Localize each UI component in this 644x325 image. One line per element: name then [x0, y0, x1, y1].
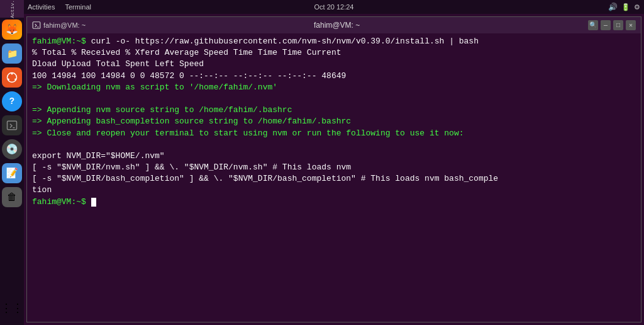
maximize-button[interactable]: □ — [613, 20, 623, 30]
sidebar-bottom: ⋮⋮ — [2, 296, 22, 325]
sidebar-icon-files[interactable]: 📁 — [2, 43, 22, 64]
out-2: % Total % Received % Xferd Average Speed… — [32, 48, 341, 57]
activities-text[interactable]: Activities — [28, 3, 55, 11]
out-12: [ -s "$NVM_DIR/nvm.sh" ] && \. "$NVM_DIR… — [32, 162, 351, 172]
topbar-center: Oct 20 12:24 — [314, 3, 354, 11]
terminal-line-12: [ -s "$NVM_DIR/nvm.sh" ] && \. "$NVM_DIR… — [32, 162, 636, 173]
terminal-line-2: % Total % Received % Xferd Average Speed… — [32, 47, 636, 59]
sidebar-icon-help[interactable]: ? — [2, 91, 22, 111]
arrow-9: => Close and reopen your terminal to sta… — [32, 128, 464, 138]
out-11: export NVM_DIR="$HOME/.nvm" — [32, 151, 165, 161]
terminal-line-8: => Appending bash_completion source stri… — [32, 116, 636, 127]
sidebar-icon-disc[interactable]: 💿 — [2, 139, 22, 159]
terminal-icon — [32, 21, 41, 30]
sidebar-icon-grid[interactable]: ⋮⋮ — [2, 298, 22, 318]
arrow-7: => Appending nvm source string to /home/… — [32, 105, 292, 115]
battery-icon: 🔋 — [621, 3, 630, 11]
terminal-line-6 — [32, 93, 636, 105]
topbar-left: Activities Terminal — [28, 3, 91, 11]
terminal-line-9: => Close and reopen your terminal to sta… — [32, 128, 636, 139]
terminal-titlebar: fahim@VM: ~ fahim@VM: ~ 🔍 — □ ✕ — [27, 17, 641, 33]
activities-button[interactable]: Activ. — [0, 0, 24, 18]
app-name: Terminal — [65, 3, 91, 11]
sidebar-icon-terminal[interactable] — [2, 115, 22, 135]
datetime: Oct 20 12:24 — [314, 3, 354, 11]
terminal-line-3: Dload Upload Total Spent Left Speed — [32, 59, 636, 70]
out-13: [ -s "$NVM_DIR/bash_completion" ] && \. … — [32, 174, 498, 183]
titlebar-appname: fahim@VM: ~ — [43, 21, 86, 29]
out-4: 100 14984 100 14984 0 0 48572 0 --:--:--… — [32, 71, 346, 81]
terminal-line-1: fahim@VM:~$ curl -o- https://raw.githubu… — [32, 36, 636, 47]
terminal-window: fahim@VM: ~ fahim@VM: ~ 🔍 — □ ✕ fahim@VM… — [26, 16, 641, 322]
svg-point-2 — [8, 79, 9, 81]
terminal-line-4: 100 14984 100 14984 0 0 48572 0 --:--:--… — [32, 71, 636, 82]
terminal-line-11: export NVM_DIR="$HOME/.nvm" — [32, 151, 636, 162]
sidebar-icon-text-editor[interactable]: 📝 — [2, 163, 22, 183]
sidebar-top: Activ. 🦊 📁 ? 💿 📝 🗑 — [0, 0, 24, 209]
terminal-line-10 — [32, 139, 636, 151]
arrow-8: => Appending bash_completion source stri… — [32, 117, 351, 126]
search-button[interactable]: 🔍 — [588, 20, 598, 30]
main-content: Activities Terminal Oct 20 12:24 🔊 🔋 ⚙ f… — [24, 0, 644, 325]
activities-label: Activ. — [9, 0, 15, 18]
topbar: Activities Terminal Oct 20 12:24 🔊 🔋 ⚙ — [24, 0, 644, 14]
terminal-line-5: => Downloading nvm as script to '/home/f… — [32, 82, 636, 93]
cursor — [91, 198, 96, 207]
minimize-button[interactable]: — — [601, 20, 611, 30]
cmd-1: curl -o- https://raw.githubusercontent.c… — [91, 37, 479, 46]
volume-icon[interactable]: 🔊 — [608, 3, 618, 11]
sidebar: Activ. 🦊 📁 ? 💿 📝 🗑 ⋮⋮ — [0, 0, 24, 325]
close-button[interactable]: ✕ — [626, 20, 636, 30]
prompt-1: fahim@VM:~$ — [32, 37, 86, 46]
settings-icon[interactable]: ⚙ — [634, 3, 640, 11]
titlebar-title: fahim@VM: ~ — [314, 21, 360, 30]
terminal-line-14: tion — [32, 185, 636, 196]
titlebar-buttons: 🔍 — □ ✕ — [588, 20, 636, 30]
sidebar-icon-firefox[interactable]: 🦊 — [2, 20, 22, 40]
terminal-body[interactable]: fahim@VM:~$ curl -o- https://raw.githubu… — [27, 33, 641, 322]
terminal-line-13: [ -s "$NVM_DIR/bash_completion" ] && \. … — [32, 173, 636, 185]
out-3: Dload Upload Total Spent Left Speed — [32, 59, 204, 69]
topbar-right: 🔊 🔋 ⚙ — [608, 3, 640, 11]
titlebar-left: fahim@VM: ~ — [32, 21, 86, 30]
terminal-line-7: => Appending nvm source string to /home/… — [32, 105, 636, 116]
terminal-line-15: fahim@VM:~$ — [32, 197, 636, 208]
out-14: tion — [32, 185, 52, 195]
svg-point-1 — [11, 73, 13, 75]
svg-point-3 — [14, 79, 16, 81]
sidebar-icon-ubuntu[interactable] — [2, 67, 22, 88]
arrow-5: => Downloading nvm as script to '/home/f… — [32, 83, 277, 92]
prompt-15: fahim@VM:~$ — [32, 197, 86, 207]
sidebar-icon-trash[interactable]: 🗑 — [2, 187, 22, 207]
